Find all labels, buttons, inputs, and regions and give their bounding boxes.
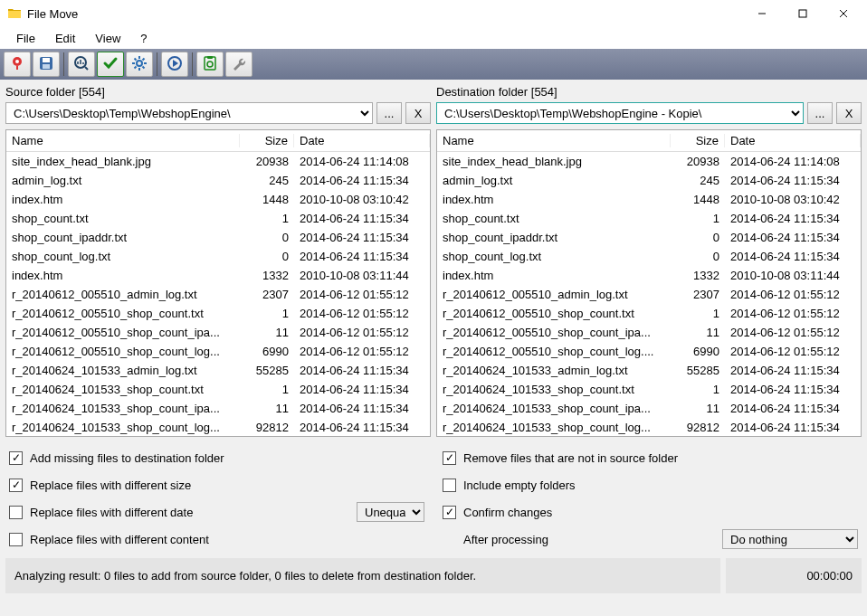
table-row[interactable]: r_20140612_005510_admin_log.txt23072014-… xyxy=(6,285,430,304)
titlebar: File Move xyxy=(0,0,867,27)
tool-save-button[interactable] xyxy=(33,52,60,77)
col-name[interactable]: Name xyxy=(437,134,671,147)
tool-clipboard-button[interactable] xyxy=(196,52,224,77)
tool-gear-button[interactable] xyxy=(126,52,153,77)
source-clear-button[interactable]: X xyxy=(405,102,431,124)
menu-view[interactable]: View xyxy=(86,30,129,47)
destination-rows[interactable]: site_index_head_blank.jpg209382014-06-24… xyxy=(437,152,861,436)
cell-date: 2014-06-24 11:15:34 xyxy=(725,231,861,244)
tool-settings-button[interactable] xyxy=(225,52,252,77)
cell-date: 2014-06-24 11:15:34 xyxy=(725,174,861,187)
table-row[interactable]: r_20140624_101533_shop_count.txt12014-06… xyxy=(6,380,430,399)
col-size[interactable]: Size xyxy=(671,134,725,147)
cell-size: 20938 xyxy=(671,155,725,168)
cell-date: 2014-06-12 01:55:12 xyxy=(725,326,861,339)
table-row[interactable]: site_index_head_blank.jpg209382014-06-24… xyxy=(437,152,861,171)
play-icon xyxy=(167,55,183,74)
cell-size: 1 xyxy=(240,383,294,396)
maximize-button[interactable] xyxy=(782,1,823,26)
table-row[interactable]: r_20140612_005510_shop_count_log....6990… xyxy=(437,342,861,361)
replace-date-checkbox[interactable] xyxy=(9,506,23,519)
table-row[interactable]: r_20140624_101533_shop_count.txt12014-06… xyxy=(437,380,861,399)
table-row[interactable]: shop_count_ipaddr.txt02014-06-24 11:15:3… xyxy=(437,228,861,247)
tool-check-button[interactable] xyxy=(97,52,124,77)
cell-size: 55285 xyxy=(240,364,294,377)
destination-label: Destination folder [554] xyxy=(436,83,862,102)
table-row[interactable]: r_20140624_101533_shop_count_ipa...11201… xyxy=(6,399,430,418)
cell-size: 55285 xyxy=(671,364,725,377)
table-row[interactable]: r_20140612_005510_shop_count_log...69902… xyxy=(6,342,430,361)
add-missing-checkbox[interactable] xyxy=(9,451,23,465)
close-button[interactable] xyxy=(823,1,863,26)
col-date[interactable]: Date xyxy=(294,134,430,147)
table-row[interactable]: index.htm14482010-10-08 03:10:42 xyxy=(437,190,861,209)
table-row[interactable]: r_20140624_101533_shop_count_ipa...11201… xyxy=(437,399,861,418)
confirm-changes-checkbox[interactable] xyxy=(443,506,456,519)
table-row[interactable]: index.htm14482010-10-08 03:10:42 xyxy=(6,190,430,209)
source-rows[interactable]: site_index_head_blank.jpg209382014-06-24… xyxy=(6,152,430,436)
destination-path-combo[interactable]: C:\Users\Desktop\Temp\WebshopEngine - Ko… xyxy=(436,102,804,124)
minimize-button[interactable] xyxy=(741,1,782,26)
destination-browse-button[interactable]: ... xyxy=(807,102,833,124)
cell-size: 0 xyxy=(671,250,725,263)
cell-name: r_20140624_101533_shop_count_log... xyxy=(6,421,240,434)
cell-size: 1 xyxy=(671,307,725,320)
cell-size: 1332 xyxy=(240,269,294,282)
table-row[interactable]: r_20140612_005510_admin_log.txt23072014-… xyxy=(437,285,861,304)
table-row[interactable]: shop_count.txt12014-06-24 11:15:34 xyxy=(437,209,861,228)
date-comparison-select[interactable]: Unequal xyxy=(357,502,424,522)
tool-analyze-button[interactable] xyxy=(68,52,95,77)
cell-date: 2014-06-24 11:15:34 xyxy=(294,421,430,434)
table-row[interactable]: r_20140624_101533_shop_count_log...92812… xyxy=(6,418,430,436)
tool-pin-button[interactable] xyxy=(4,52,31,77)
cell-size: 1 xyxy=(671,212,725,225)
table-row[interactable]: site_index_head_blank.jpg209382014-06-24… xyxy=(6,152,430,171)
replace-size-checkbox[interactable] xyxy=(9,479,23,492)
source-panel: Source folder [554] C:\Users\Desktop\Tem… xyxy=(5,83,431,437)
cell-size: 0 xyxy=(671,231,725,244)
table-row[interactable]: shop_count_log.txt02014-06-24 11:15:34 xyxy=(6,247,430,266)
table-row[interactable]: shop_count.txt12014-06-24 11:15:34 xyxy=(6,209,430,228)
table-row[interactable]: r_20140612_005510_shop_count.txt12014-06… xyxy=(437,304,861,323)
table-row[interactable]: admin_log.txt2452014-06-24 11:15:34 xyxy=(6,171,430,190)
cell-name: admin_log.txt xyxy=(437,174,671,187)
menu-file[interactable]: File xyxy=(7,30,44,47)
menu-edit[interactable]: Edit xyxy=(46,30,84,47)
table-row[interactable]: r_20140624_101533_admin_log.txt552852014… xyxy=(437,361,861,380)
table-row[interactable]: shop_count_log.txt02014-06-24 11:15:34 xyxy=(437,247,861,266)
col-name[interactable]: Name xyxy=(6,134,240,147)
table-row[interactable]: r_20140624_101533_shop_count_log...92812… xyxy=(437,418,861,436)
include-empty-checkbox[interactable] xyxy=(443,479,456,492)
panels: Source folder [554] C:\Users\Desktop\Tem… xyxy=(0,80,867,442)
table-row[interactable]: index.htm13322010-10-08 03:11:44 xyxy=(6,266,430,285)
table-row[interactable]: r_20140612_005510_shop_count.txt12014-06… xyxy=(6,304,430,323)
source-path-combo[interactable]: C:\Users\Desktop\Temp\WebshopEngine\ xyxy=(5,102,373,124)
cell-size: 245 xyxy=(240,174,294,187)
table-row[interactable]: r_20140612_005510_shop_count_ipa...11201… xyxy=(437,323,861,342)
source-browse-button[interactable]: ... xyxy=(376,102,402,124)
destination-file-table: Name Size Date site_index_head_blank.jpg… xyxy=(436,129,862,437)
col-date[interactable]: Date xyxy=(725,134,861,147)
col-size[interactable]: Size xyxy=(240,134,294,147)
table-row[interactable]: r_20140624_101533_admin_log.txt552852014… xyxy=(6,361,430,380)
destination-clear-button[interactable]: X xyxy=(836,102,862,124)
table-row[interactable]: admin_log.txt2452014-06-24 11:15:34 xyxy=(437,171,861,190)
cell-name: r_20140624_101533_shop_count.txt xyxy=(437,383,671,396)
menu-help[interactable]: ? xyxy=(131,30,156,47)
table-row[interactable]: shop_count_ipaddr.txt02014-06-24 11:15:3… xyxy=(6,228,430,247)
replace-content-label: Replace files with different content xyxy=(30,533,209,546)
remove-not-in-source-checkbox[interactable] xyxy=(443,451,456,465)
toolbar xyxy=(0,49,867,80)
cell-name: r_20140624_101533_admin_log.txt xyxy=(6,364,240,377)
cell-name: index.htm xyxy=(437,269,671,282)
after-processing-select[interactable]: Do nothing xyxy=(722,529,858,549)
table-row[interactable]: index.htm13322010-10-08 03:11:44 xyxy=(437,266,861,285)
cell-size: 2307 xyxy=(671,288,725,301)
table-row[interactable]: r_20140612_005510_shop_count_ipa...11201… xyxy=(6,323,430,342)
confirm-changes-label: Confirm changes xyxy=(463,506,552,519)
replace-content-checkbox[interactable] xyxy=(9,533,23,546)
tool-run-button[interactable] xyxy=(161,52,188,77)
cell-date: 2014-06-24 11:15:34 xyxy=(294,250,430,263)
cell-size: 1 xyxy=(240,212,294,225)
svg-rect-8 xyxy=(43,64,50,69)
